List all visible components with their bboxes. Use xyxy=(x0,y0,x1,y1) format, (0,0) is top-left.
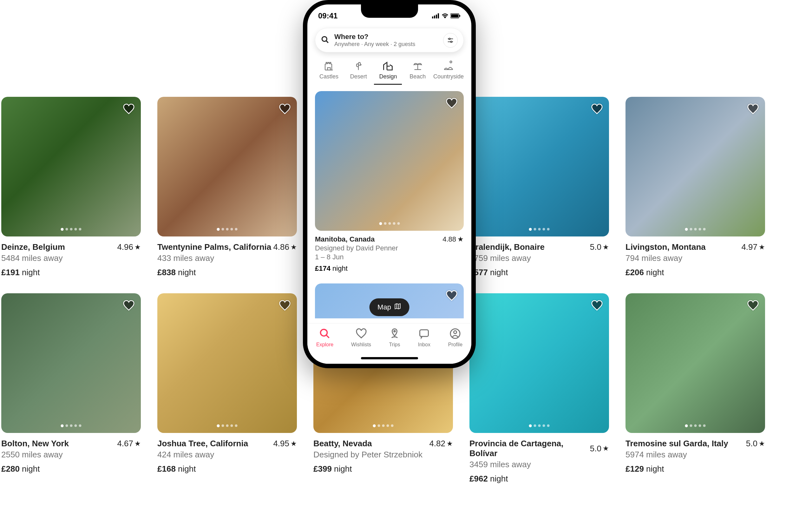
status-time: 09:41 xyxy=(318,11,337,20)
listing-card[interactable]: Livingston, Montana 4.97 ★ 794 miles awa… xyxy=(625,97,765,278)
category-beach[interactable]: Beach xyxy=(404,60,432,85)
featured-dates: 1 – 8 Jun xyxy=(315,253,464,261)
listing-info: Deinze, Belgium 4.96 ★ 5484 miles away £… xyxy=(1,236,141,278)
listing-location: Provincia de Cartagena, Bolívar xyxy=(470,439,590,458)
listing-rating: 4.96 ★ xyxy=(117,242,141,252)
svg-rect-6 xyxy=(459,15,460,17)
listing-image[interactable] xyxy=(625,293,765,433)
listing-card[interactable]: Deinze, Belgium 4.96 ★ 5484 miles away £… xyxy=(1,97,141,278)
wishlist-heart-button[interactable] xyxy=(747,103,759,115)
listing-card[interactable]: Tremosine sul Garda, Italy 5.0 ★ 5974 mi… xyxy=(625,293,765,484)
category-label: Design xyxy=(379,73,397,80)
inbox-icon xyxy=(419,328,430,341)
category-castles[interactable]: Castles xyxy=(315,60,343,85)
wishlist-heart-button[interactable] xyxy=(278,103,291,115)
listing-rating: 5.0 ★ xyxy=(590,242,609,252)
listing-rating: 5.0 ★ xyxy=(746,439,765,449)
category-label: Countryside xyxy=(433,73,464,80)
phone-screen: 09:41 Where to? Anywhere · Any week · 2 … xyxy=(307,4,471,364)
tab-profile[interactable]: Profile xyxy=(448,328,463,364)
search-subtitle: Anywhere · Any week · 2 guests xyxy=(334,41,438,48)
listing-price: £206 night xyxy=(625,268,765,278)
listing-location: Twentynine Palms, California xyxy=(157,242,271,252)
featured-image[interactable] xyxy=(315,91,464,231)
listing-image[interactable] xyxy=(157,97,297,236)
wishlist-heart-button[interactable] xyxy=(122,103,135,115)
listing-card[interactable]: Bolton, New York 4.67 ★ 2550 miles away … xyxy=(1,293,141,484)
listing-rating: 4.95 ★ xyxy=(273,439,297,449)
listing-image[interactable] xyxy=(1,293,141,433)
star-icon: ★ xyxy=(759,440,765,448)
listing-image[interactable] xyxy=(157,293,297,433)
listing-info: Provincia de Cartagena, Bolívar 5.0 ★ 34… xyxy=(470,433,609,484)
listing-info: Twentynine Palms, California 4.86 ★ 433 … xyxy=(157,236,297,278)
listing-rating: 4.97 ★ xyxy=(741,242,765,252)
search-text: Where to? Anywhere · Any week · 2 guests xyxy=(334,33,438,48)
wishlist-heart-button[interactable] xyxy=(591,299,603,312)
star-icon: ★ xyxy=(603,444,609,453)
featured-location: Manitoba, Canada xyxy=(315,235,374,243)
listing-rating: 5.0 ★ xyxy=(590,444,609,454)
design-icon xyxy=(382,60,393,71)
svg-line-14 xyxy=(326,335,329,338)
listing-distance: 424 miles away xyxy=(157,450,297,460)
listing-distance: 2550 miles away xyxy=(1,450,141,460)
tab-inbox[interactable]: Inbox xyxy=(418,328,431,364)
tab-label: Explore xyxy=(316,342,333,348)
listing-price: £399 night xyxy=(313,464,453,474)
listing-image[interactable] xyxy=(625,97,765,236)
image-pagination xyxy=(373,425,393,427)
listing-card[interactable]: Provincia de Cartagena, Bolívar 5.0 ★ 34… xyxy=(470,293,609,484)
category-design[interactable]: Design xyxy=(374,60,402,85)
listing-distance: 5484 miles away xyxy=(1,253,141,263)
beach-icon xyxy=(412,60,424,71)
star-icon: ★ xyxy=(134,440,141,448)
status-icons xyxy=(432,11,461,20)
wishlist-heart-button[interactable] xyxy=(445,97,458,110)
listing-distance: 3759 miles away xyxy=(470,253,609,263)
listing-info: Beatty, Nevada 4.82 ★ Designed by Peter … xyxy=(313,433,453,474)
listing-info: Livingston, Montana 4.97 ★ 794 miles awa… xyxy=(625,236,765,278)
listing-location: Kralendijk, Bonaire xyxy=(470,242,545,252)
svg-rect-3 xyxy=(438,13,439,18)
wishlist-heart-button[interactable] xyxy=(747,299,759,312)
filter-button[interactable] xyxy=(443,33,458,48)
tab-explore[interactable]: Explore xyxy=(316,328,333,364)
phone-content[interactable]: Manitoba, Canada 4.88 ★ Designed by Davi… xyxy=(307,85,471,364)
listing-location: Tremosine sul Garda, Italy xyxy=(625,439,728,449)
search-bar[interactable]: Where to? Anywhere · Any week · 2 guests xyxy=(315,28,464,52)
castles-icon xyxy=(323,60,335,71)
listing-price: £577 night xyxy=(470,268,609,278)
listing-rating: 4.67 ★ xyxy=(117,439,141,449)
featured-designer: Designed by David Penner xyxy=(315,244,464,252)
phone-frame: 09:41 Where to? Anywhere · Any week · 2 … xyxy=(303,0,476,368)
listing-card[interactable]: Joshua Tree, California 4.95 ★ 424 miles… xyxy=(157,293,297,484)
star-icon: ★ xyxy=(291,440,297,448)
star-icon: ★ xyxy=(457,235,464,243)
svg-rect-2 xyxy=(436,15,437,18)
svg-rect-0 xyxy=(432,16,433,18)
signal-icon xyxy=(432,11,440,20)
wishlist-heart-button[interactable] xyxy=(591,103,603,115)
wishlists-icon xyxy=(355,328,367,341)
svg-point-15 xyxy=(394,330,395,332)
tab-label: Profile xyxy=(448,342,463,348)
listing-image[interactable] xyxy=(470,293,609,433)
category-countryside[interactable]: Countryside xyxy=(433,60,464,85)
category-label: Desert xyxy=(350,73,367,80)
listing-card[interactable]: Twentynine Palms, California 4.86 ★ 433 … xyxy=(157,97,297,278)
category-desert[interactable]: Desert xyxy=(344,60,372,85)
star-icon: ★ xyxy=(134,243,141,251)
wishlist-heart-button[interactable] xyxy=(445,289,458,302)
listing-image[interactable] xyxy=(470,97,609,236)
listing-image[interactable] xyxy=(1,97,141,236)
listing-price: £838 night xyxy=(157,268,297,278)
svg-rect-16 xyxy=(420,330,429,336)
wishlist-heart-button[interactable] xyxy=(278,299,291,312)
phone-notch xyxy=(361,4,418,18)
listing-card[interactable]: Kralendijk, Bonaire 5.0 ★ 3759 miles awa… xyxy=(470,97,609,278)
category-row: CastlesDesertDesignBeachCountryside xyxy=(307,57,471,85)
image-pagination xyxy=(217,228,238,231)
wishlist-heart-button[interactable] xyxy=(122,299,135,312)
map-button[interactable]: Map xyxy=(369,298,410,316)
